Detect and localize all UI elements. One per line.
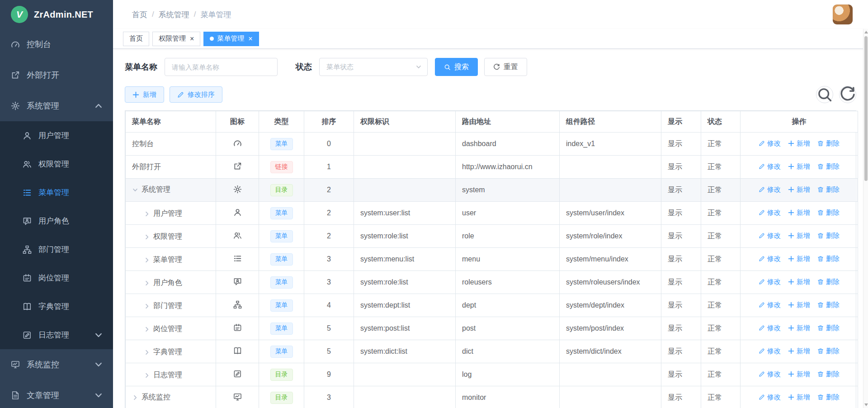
visible-cell: 显示 [661, 271, 701, 294]
actions-cell: 修改新增删除 [741, 202, 858, 225]
sidebar-item-article-manage[interactable]: 文章管理 [0, 380, 113, 408]
sidebar-item-log-manage[interactable]: 日志管理 [0, 321, 113, 349]
user-avatar[interactable] [833, 5, 853, 24]
row-add-button[interactable]: 新增 [788, 324, 810, 332]
sidebar-item-label: 字典管理 [38, 301, 69, 312]
tree-expand-icon[interactable] [144, 372, 150, 379]
row-delete-button[interactable]: 删除 [817, 185, 840, 194]
sort-button[interactable]: 修改排序 [170, 86, 222, 103]
row-edit-button[interactable]: 修改 [759, 301, 781, 309]
row-delete-button[interactable]: 删除 [817, 139, 840, 148]
tab-close-icon[interactable]: × [248, 35, 252, 43]
row-delete-button[interactable]: 删除 [817, 393, 840, 402]
row-add-button[interactable]: 新增 [788, 393, 810, 402]
row-delete-button[interactable]: 删除 [817, 209, 840, 217]
sidebar-item-system-monitor[interactable]: 系统监控 [0, 349, 113, 380]
search-button[interactable]: 搜索 [435, 58, 478, 76]
actions-cell: 修改新增删除 [741, 156, 858, 179]
route-cell: dashboard [456, 133, 560, 156]
tree-expand-icon[interactable] [144, 280, 150, 286]
row-edit-button[interactable]: 修改 [759, 232, 781, 240]
menu-name: 岗位管理 [153, 324, 182, 334]
row-edit-button[interactable]: 修改 [759, 370, 781, 379]
sidebar-item-menu-manage[interactable]: 菜单管理 [0, 178, 113, 207]
table-refresh-button[interactable] [839, 86, 856, 103]
type-cell: 菜单 [259, 294, 304, 317]
status-select[interactable]: 菜单状态 [319, 58, 428, 76]
row-delete-button[interactable]: 删除 [817, 278, 840, 286]
component-cell [560, 179, 661, 202]
tree-expand-icon[interactable] [144, 211, 150, 217]
row-add-button[interactable]: 新增 [788, 209, 810, 217]
sidebar-item-dept-manage[interactable]: 部门管理 [0, 235, 113, 264]
breadcrumb-item[interactable]: 系统管理 [159, 9, 189, 20]
route-cell: system [456, 179, 560, 202]
status-cell: 正常 [701, 202, 741, 225]
tree-expand-icon[interactable] [132, 394, 138, 401]
tree-expand-icon[interactable] [144, 326, 150, 332]
row-delete-button[interactable]: 删除 [817, 347, 840, 356]
external-link-icon [11, 71, 20, 80]
scrollbar-thumb[interactable] [864, 36, 868, 181]
sidebar-item-console[interactable]: 控制台 [0, 29, 113, 60]
page-scrollbar[interactable] [863, 29, 868, 408]
tree-expand-icon[interactable] [132, 187, 138, 193]
add-button[interactable]: 新增 [125, 86, 164, 103]
tree-expand-icon[interactable] [144, 234, 150, 240]
row-edit-button[interactable]: 修改 [759, 255, 781, 263]
row-edit-button[interactable]: 修改 [759, 324, 781, 332]
tab-home[interactable]: 首页 [123, 32, 149, 46]
reset-button[interactable]: 重置 [484, 58, 527, 76]
row-add-button[interactable]: 新增 [788, 347, 810, 356]
tab-menu-manage[interactable]: 菜单管理× [203, 32, 259, 46]
row-add-button[interactable]: 新增 [788, 185, 810, 194]
tab-role-manage[interactable]: 权限管理× [152, 32, 200, 46]
table-tools [816, 86, 856, 103]
sidebar-item-dict-manage[interactable]: 字典管理 [0, 292, 113, 321]
row-add-button[interactable]: 新增 [788, 255, 810, 263]
row-delete-button[interactable]: 删除 [817, 232, 840, 240]
row-add-button[interactable]: 新增 [788, 162, 810, 171]
row-add-button[interactable]: 新增 [788, 278, 810, 286]
row-delete-button[interactable]: 删除 [817, 324, 840, 332]
visible-cell: 显示 [661, 294, 701, 317]
plus-icon [788, 209, 794, 216]
action-label: 删除 [826, 209, 840, 217]
sidebar-item-role-manage[interactable]: 权限管理 [0, 150, 113, 178]
row-edit-button[interactable]: 修改 [759, 209, 781, 217]
row-edit-button[interactable]: 修改 [759, 347, 781, 356]
row-add-button[interactable]: 新增 [788, 301, 810, 309]
action-label: 新增 [797, 301, 810, 309]
row-delete-button[interactable]: 删除 [817, 255, 840, 263]
sidebar-item-label: 菜单管理 [38, 187, 69, 198]
row-delete-button[interactable]: 删除 [817, 301, 840, 309]
sidebar-item-system-manage[interactable]: 系统管理 [0, 90, 113, 121]
scroll-up-arrow[interactable] [864, 31, 868, 33]
tab-close-icon[interactable]: × [190, 35, 194, 43]
route-cell: user [456, 202, 560, 225]
row-delete-button[interactable]: 删除 [817, 162, 840, 171]
row-add-button[interactable]: 新增 [788, 370, 810, 379]
row-delete-button[interactable]: 删除 [817, 370, 840, 379]
tree-expand-icon[interactable] [144, 257, 150, 263]
row-add-button[interactable]: 新增 [788, 139, 810, 148]
row-add-button[interactable]: 新增 [788, 232, 810, 240]
sidebar-item-external-open[interactable]: 外部打开 [0, 60, 113, 90]
sidebar-item-post-manage[interactable]: 岗位管理 [0, 264, 113, 292]
row-edit-button[interactable]: 修改 [759, 162, 781, 171]
scroll-down-arrow[interactable] [864, 403, 868, 406]
visible-cell: 显示 [661, 363, 701, 386]
table-search-toggle-button[interactable] [816, 86, 833, 103]
column-header: 菜单名称 [126, 111, 216, 133]
breadcrumb-item[interactable]: 首页 [132, 9, 147, 20]
sidebar-item-user-role[interactable]: 用户角色 [0, 207, 113, 235]
row-edit-button[interactable]: 修改 [759, 278, 781, 286]
menu-list-icon [233, 254, 242, 263]
tree-expand-icon[interactable] [144, 303, 150, 309]
row-edit-button[interactable]: 修改 [759, 139, 781, 148]
menu-name-input[interactable] [165, 58, 278, 76]
row-edit-button[interactable]: 修改 [759, 185, 781, 194]
sidebar-item-user-manage[interactable]: 用户管理 [0, 121, 113, 150]
row-edit-button[interactable]: 修改 [759, 393, 781, 402]
tree-expand-icon[interactable] [144, 349, 150, 356]
